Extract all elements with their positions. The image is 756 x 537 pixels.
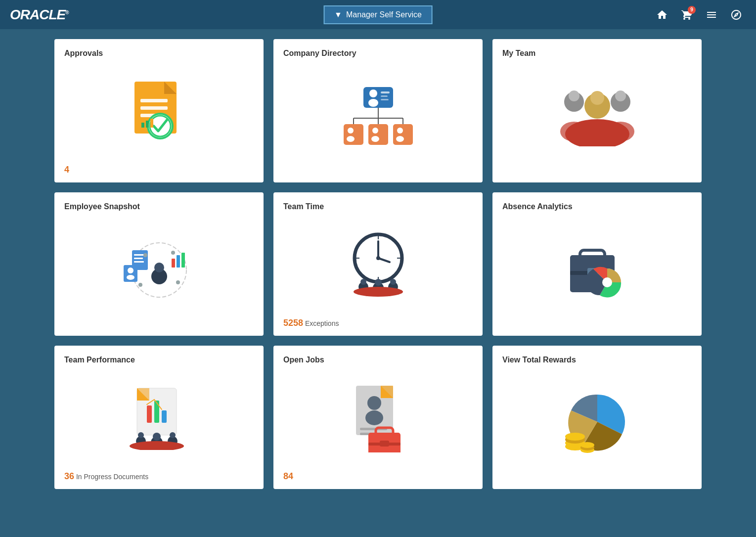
tile-team-time-label: Exceptions (305, 319, 339, 327)
svg-point-104 (565, 433, 585, 441)
tile-team-performance-icon (64, 369, 254, 466)
tile-my-team[interactable]: My Team (492, 39, 702, 182)
tile-company-directory-footer (283, 170, 473, 175)
svg-point-23 (347, 136, 355, 142)
svg-rect-47 (177, 255, 180, 268)
tile-absence-analytics-footer (502, 323, 692, 328)
svg-rect-82 (162, 410, 167, 423)
compass-icon[interactable] (726, 5, 746, 25)
tile-approvals-title: Approvals (64, 49, 254, 58)
module-title-container: ▼ Manager Self Service (323, 5, 433, 24)
svg-point-11 (369, 90, 377, 97)
svg-point-107 (580, 442, 594, 448)
svg-point-41 (154, 263, 164, 272)
tile-team-time-icon (283, 216, 473, 313)
svg-rect-43 (134, 254, 145, 256)
svg-point-67 (375, 279, 382, 286)
tile-team-time-number: 5258 (283, 318, 303, 328)
tile-absence-analytics[interactable]: Absence Analytics (492, 192, 702, 336)
tile-absence-analytics-icon (502, 216, 692, 323)
tile-company-directory[interactable]: Company Directory (273, 39, 483, 182)
svg-point-52 (143, 253, 147, 257)
svg-rect-80 (147, 405, 152, 423)
module-title-button[interactable]: ▼ Manager Self Service (323, 5, 433, 24)
svg-rect-46 (172, 259, 175, 268)
tile-view-total-rewards-icon (502, 369, 692, 477)
svg-rect-24 (368, 124, 388, 145)
header-actions: 9 (652, 5, 746, 25)
svg-rect-100 (380, 441, 389, 447)
tile-company-directory-icon (283, 63, 473, 170)
tile-employee-snapshot[interactable]: Employee Snapshot (54, 192, 264, 336)
svg-point-76 (602, 277, 612, 287)
svg-point-26 (371, 136, 379, 142)
svg-point-29 (396, 136, 404, 142)
tile-team-performance-footer: 36 In Progress Documents (64, 466, 254, 482)
svg-rect-48 (181, 253, 185, 268)
tile-approvals-number: 4 (64, 165, 69, 175)
tile-team-time-footer: 5258 Exceptions (283, 313, 473, 328)
svg-point-70 (354, 287, 403, 297)
tile-employee-snapshot-footer (64, 323, 254, 328)
svg-rect-2 (140, 99, 168, 102)
dashboard-grid: Approvals 4 (0, 29, 756, 499)
svg-point-88 (170, 432, 176, 438)
home-icon[interactable] (652, 5, 672, 25)
svg-point-50 (128, 268, 133, 273)
tile-team-performance-number: 36 (64, 471, 74, 481)
tile-open-jobs-title: Open Jobs (283, 356, 473, 364)
svg-point-94 (365, 410, 383, 425)
tile-approvals[interactable]: Approvals 4 (54, 39, 264, 182)
svg-rect-21 (344, 124, 363, 145)
tile-my-team-footer (502, 170, 692, 175)
oracle-logo: ORACLE® (10, 7, 69, 23)
svg-rect-8 (146, 121, 149, 128)
module-dropdown-arrow: ▼ (334, 10, 342, 19)
svg-rect-13 (381, 91, 390, 93)
tile-approvals-footer: 4 (64, 160, 254, 175)
tile-open-jobs[interactable]: Open Jobs (273, 346, 483, 489)
svg-point-38 (607, 122, 634, 141)
svg-rect-3 (140, 106, 168, 110)
tile-team-time-title: Team Time (283, 202, 473, 211)
tile-employee-snapshot-icon (64, 216, 254, 323)
svg-rect-9 (150, 119, 153, 128)
svg-point-35 (590, 91, 604, 105)
svg-point-51 (127, 275, 134, 280)
cart-icon[interactable]: 9 (677, 5, 697, 25)
tile-team-performance[interactable]: Team Performance (54, 346, 264, 489)
svg-rect-14 (381, 95, 388, 97)
tile-team-time[interactable]: Team Time (273, 192, 483, 336)
svg-rect-44 (134, 258, 143, 259)
svg-rect-10 (363, 87, 393, 108)
svg-point-69 (390, 279, 396, 285)
svg-point-22 (348, 128, 354, 134)
tile-view-total-rewards[interactable]: View Total Rewards (492, 346, 702, 489)
tile-company-directory-title: Company Directory (283, 49, 473, 58)
svg-point-65 (360, 279, 366, 285)
tile-employee-snapshot-title: Employee Snapshot (64, 202, 254, 211)
tile-view-total-rewards-footer (502, 477, 692, 482)
tile-open-jobs-number: 84 (283, 471, 293, 481)
tile-open-jobs-icon (283, 369, 473, 466)
svg-point-31 (569, 90, 579, 101)
svg-point-33 (615, 90, 626, 101)
tile-view-total-rewards-title: View Total Rewards (502, 356, 692, 364)
tile-team-performance-label: In Progress Documents (76, 473, 148, 481)
svg-rect-15 (381, 99, 389, 100)
tile-approvals-icon (64, 63, 254, 160)
svg-point-84 (138, 432, 144, 438)
tile-open-jobs-footer: 84 (283, 466, 473, 482)
svg-rect-81 (154, 401, 159, 423)
svg-point-28 (397, 128, 403, 134)
svg-point-53 (171, 251, 175, 255)
menu-icon[interactable] (702, 5, 721, 25)
tile-absence-analytics-title: Absence Analytics (502, 202, 692, 211)
tile-team-performance-title: Team Performance (64, 356, 254, 364)
tile-my-team-title: My Team (502, 49, 692, 58)
svg-point-55 (176, 280, 180, 284)
svg-rect-72 (580, 250, 605, 259)
svg-rect-7 (141, 123, 144, 128)
svg-point-93 (367, 396, 381, 410)
svg-point-12 (368, 99, 378, 107)
